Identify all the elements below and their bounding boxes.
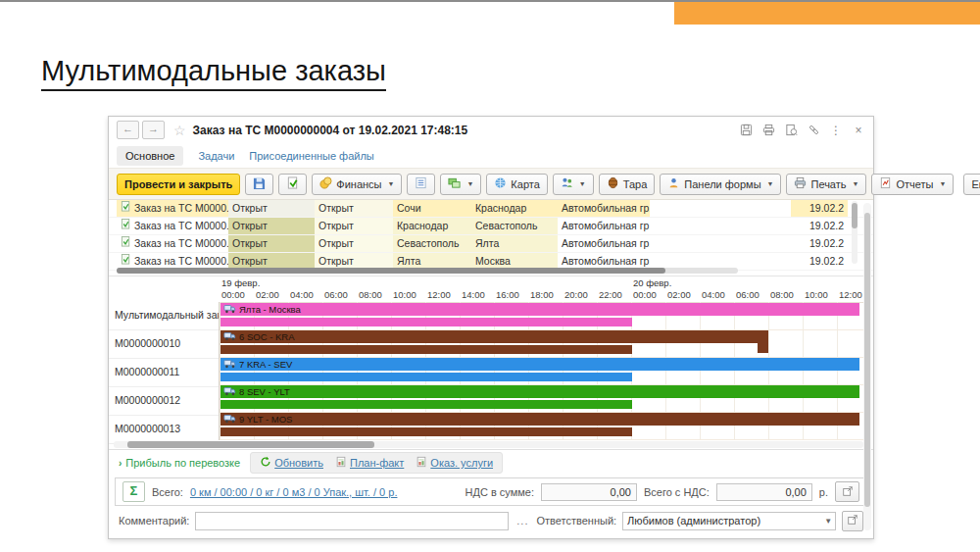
chevron-down-icon: ▼	[940, 180, 947, 187]
gantt-time-header: 19 февр.20 февр.00:0002:0004:0006:0008:0…	[220, 276, 863, 303]
table-vertical-scrollbar[interactable]	[852, 201, 858, 264]
toolbar-button-label: Карта	[511, 178, 539, 190]
tab-bar: ОсновноеЗадачиПрисоединенные файлы	[109, 143, 873, 168]
table-cell: 19.02.2	[791, 200, 848, 217]
toolbar-button-label: Отчеты	[896, 178, 933, 190]
toolbar-button-панели-формы[interactable]: Панели формы▼	[660, 174, 781, 195]
print-icon	[794, 176, 807, 191]
profit-link[interactable]: › Прибыль по перевозке	[119, 457, 240, 469]
toolbar-button-печать[interactable]: Печать▼	[786, 174, 866, 195]
preview-icon[interactable]	[784, 124, 798, 137]
table-row[interactable]: Заказ на ТС М0000...ОткрытОткрытСевастоп…	[109, 235, 873, 253]
favorite-star-icon[interactable]: ☆	[173, 123, 186, 138]
gantt-row: 6 SOC - KRA	[220, 329, 863, 358]
gantt-sub-bar[interactable]	[220, 318, 632, 326]
toolbar-button-провести-и-закрыть[interactable]: Провести и закрыть	[117, 174, 240, 195]
gantt-bar-label: Ялта - Москва	[239, 304, 301, 315]
gantt-row-label: М0000000011	[109, 359, 219, 387]
table-cell: Заказ на ТС М0000...	[117, 218, 228, 234]
refresh-link[interactable]: Обновить	[260, 456, 323, 470]
menu-dots-icon[interactable]: ⋮	[829, 124, 843, 137]
open-totals-button[interactable]	[835, 481, 859, 502]
table-cell: Ялта	[471, 235, 558, 252]
table-row[interactable]: Заказ на ТС М0000...ОткрытОткрытСочиКрас…	[109, 200, 873, 218]
gantt-row-label: М0000000010	[109, 330, 219, 359]
toolbar-button-transfer[interactable]: ▼	[440, 174, 481, 195]
truck-icon	[223, 331, 236, 343]
gantt-sub-bar[interactable]	[220, 400, 632, 409]
toolbar: Провести и закрытьФинансы▼▼Карта▼ТараПан…	[109, 168, 873, 200]
toolbar-button-list[interactable]	[407, 174, 435, 195]
gantt-time-tick: 00:00	[633, 289, 657, 300]
toolbar-button-post[interactable]	[278, 174, 307, 195]
gantt-sub-bar[interactable]	[220, 427, 632, 436]
vat-input[interactable]	[541, 483, 637, 501]
comment-more-button[interactable]: ...	[514, 515, 530, 527]
responsible-input[interactable]	[622, 512, 836, 530]
gantt-time-tick: 12:00	[427, 289, 451, 300]
gantt-bar[interactable]: Ялта - Москва	[220, 303, 859, 316]
gantt-bar[interactable]: 6 SOC - KRA	[220, 330, 761, 343]
slide: Мультимодальные заказы ← → ☆ Заказ на ТС…	[0, 0, 980, 552]
gantt-day-label: 19 февр.	[221, 277, 260, 288]
window-vertical-scrollbar[interactable]	[863, 203, 871, 530]
footer-row: Комментарий: ... Ответственный: ▼	[109, 506, 873, 533]
orders-table-rows: Заказ на ТС М0000...ОткрытОткрытСочиКрас…	[109, 200, 873, 271]
chevron-down-icon: ▼	[466, 180, 473, 187]
table-row[interactable]: Заказ на ТС М0000...ОткрытОткрытКраснода…	[109, 218, 873, 235]
table-vscroll-thumb[interactable]	[852, 203, 858, 228]
comment-input[interactable]	[195, 512, 509, 530]
tab-0[interactable]: Основное	[117, 146, 183, 166]
gantt-row-labels: Мультимодальный заказМ0000000010М0000000…	[109, 302, 220, 440]
gantt-bar[interactable]: 9 YLT - MOS	[220, 413, 859, 426]
titlebar-icons: ⋮×	[739, 117, 865, 143]
print-icon[interactable]	[761, 124, 775, 137]
total-with-vat-input[interactable]	[716, 483, 812, 501]
truck-icon	[223, 414, 236, 426]
table-cell: Сочи	[393, 200, 471, 217]
services-link[interactable]: Оказ. услуги	[416, 456, 493, 470]
sheet-icon	[416, 456, 427, 470]
report-icon	[879, 176, 892, 191]
open-responsible-button[interactable]	[842, 511, 863, 531]
toolbar-button-карта[interactable]: Карта	[486, 174, 547, 195]
save-icon[interactable]	[739, 124, 753, 137]
table-cell: Открыт	[228, 218, 315, 234]
plan-fact-link[interactable]: План-факт	[335, 456, 404, 470]
table-cell: Открыт	[315, 218, 393, 234]
sigma-button[interactable]: Σ	[122, 481, 145, 502]
tab-1[interactable]: Задачи	[198, 150, 234, 162]
toolbar-button-group[interactable]: ▼	[553, 174, 594, 195]
close-icon[interactable]: ×	[852, 124, 865, 137]
gantt-day-label: 20 февр.	[633, 277, 671, 288]
toolbar-button-финансы[interactable]: Финансы▼	[312, 174, 402, 195]
gantt-bar[interactable]: 7 KRA - SEV	[220, 358, 859, 371]
gantt-hscroll-thumb[interactable]	[127, 441, 374, 448]
table-hscroll-thumb[interactable]	[117, 268, 665, 274]
window-titlebar: ← → ☆ Заказ на ТС М0000000004 от 19.02.2…	[109, 117, 873, 143]
totals-link[interactable]: 0 км / 00:00 / 0 кг / 0 м3 / 0 Упак., шт…	[190, 486, 398, 498]
back-button[interactable]: ←	[117, 121, 139, 139]
chevron-down-icon[interactable]: ▼	[824, 517, 832, 526]
toolbar-button-еще[interactable]: Еще▼	[963, 174, 980, 195]
toolbar-button-тара[interactable]: Тара	[599, 174, 656, 195]
link-icon[interactable]	[807, 124, 820, 137]
toolbar-button-отчеты[interactable]: Отчеты▼	[871, 174, 954, 195]
chevron-right-icon: ›	[119, 458, 122, 469]
tab-2[interactable]: Присоединенные файлы	[249, 150, 373, 162]
refresh-icon	[260, 456, 271, 470]
gantt-bar[interactable]: 8 SEV - YLT	[220, 385, 859, 398]
gantt-sub-bar[interactable]	[220, 373, 632, 381]
sheet-icon	[335, 456, 347, 470]
forward-button[interactable]: →	[142, 121, 165, 139]
table-cell: Севастополь	[471, 218, 558, 234]
window-vscroll-thumb[interactable]	[864, 213, 870, 507]
panels-icon	[667, 176, 680, 191]
toolbar-button-save[interactable]	[245, 174, 273, 195]
table-horizontal-scrollbar[interactable]	[117, 268, 738, 274]
responsible-field: ▼	[622, 512, 836, 530]
gantt-sub-bar[interactable]	[220, 345, 632, 354]
gantt-horizontal-scrollbar[interactable]	[114, 441, 863, 448]
gantt-bar-end-marker[interactable]	[758, 330, 768, 353]
toolbar-button-label: Провести и закрыть	[124, 178, 232, 190]
